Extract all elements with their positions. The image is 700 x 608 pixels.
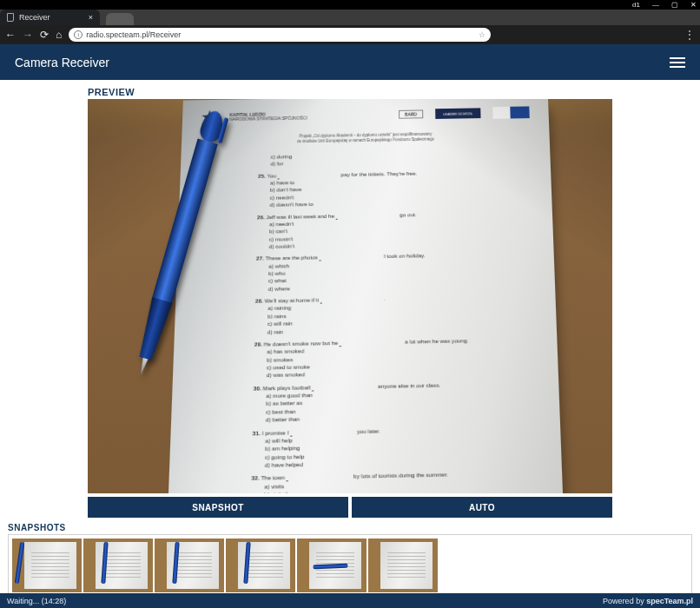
site-info-icon[interactable]: i [74, 30, 83, 39]
app-header: Camera Receiver [0, 44, 700, 80]
browser-tab-inactive[interactable] [106, 13, 134, 25]
preview-label: PREVIEW [88, 85, 612, 99]
browser-menu-button[interactable]: ⋮ [684, 29, 695, 41]
question: c) duringd) for [258, 149, 515, 169]
powered-by: Powered by specTeam.pl [603, 597, 693, 605]
action-button-row: SNAPSHOT AUTO [88, 497, 612, 518]
browser-tab-active[interactable]: Receiver × [0, 10, 100, 25]
app-title: Camera Receiver [15, 56, 109, 69]
question: 32. The town by lots of tourists during … [251, 470, 526, 493]
os-minimize-button[interactable]: — [652, 2, 659, 9]
url-bar[interactable]: i radio.specteam.pl/Receiver ☆ [69, 28, 491, 42]
snapshot-thumbnail[interactable] [83, 539, 153, 592]
nav-reload-button[interactable]: ⟳ [40, 29, 49, 41]
logo-text-1-sub: NARODOWA STRATEGIA SPÓJNOŚCI [229, 116, 307, 122]
workspace: PREVIEW KAPITAŁ LUDZKI NARODOWA STRATEGI… [0, 80, 700, 595]
os-close-button[interactable]: ✕ [690, 2, 697, 9]
snapshot-thumbnail[interactable] [226, 539, 295, 592]
nav-home-button[interactable]: ⌂ [56, 29, 62, 41]
question: 31. I promise I you later.a) will helpb)… [252, 424, 525, 469]
camera-preview: KAPITAŁ LUDZKI NARODOWA STRATEGIA SPÓJNO… [88, 99, 612, 493]
eu-flag-icon [492, 106, 530, 118]
browser-toolbar: ← → ⟳ ⌂ i radio.specteam.pl/Receiver ☆ ⋮ [0, 25, 700, 44]
question: 28. We'll stay at home if it .a) raining… [254, 293, 520, 336]
status-text: Waiting... (14:28) [7, 597, 66, 605]
paper-subtitle: Projekt „Od dyplomu Akademii – do dyplom… [182, 129, 550, 146]
snapshots-label: SNAPSHOTS [0, 518, 700, 534]
logo-text-2: BARD [399, 109, 423, 118]
nav-forward-button[interactable]: → [23, 29, 33, 41]
question: 30. Mark plays football anyone else in o… [253, 380, 523, 424]
snapshot-thumbnail[interactable] [297, 539, 367, 592]
question: 29. He doesn't smoke now but he a lot wh… [254, 336, 522, 380]
browser-tabstrip: Receiver × [0, 10, 700, 25]
brand-link[interactable]: specTeam.pl [646, 597, 693, 605]
file-icon [7, 13, 14, 22]
os-titlebar: d1 — ▢ ✕ [0, 0, 700, 10]
question: 26. Jeff was ill last week and he go out… [256, 209, 518, 251]
os-maximize-button[interactable]: ▢ [671, 2, 678, 9]
snapshot-thumbnail[interactable] [12, 539, 82, 592]
snapshots-strip[interactable] [8, 534, 692, 595]
tab-close-button[interactable]: × [89, 13, 93, 22]
snapshot-thumbnail[interactable] [368, 539, 438, 592]
question-list: c) duringd) for25. You pay for the ticke… [250, 149, 525, 493]
bookmark-star-icon[interactable]: ☆ [479, 30, 485, 39]
nav-back-button[interactable]: ← [5, 29, 16, 41]
snapshot-thumbnail[interactable] [155, 539, 224, 592]
os-account-icon: d1 [632, 2, 640, 9]
tab-title: Receiver [19, 13, 50, 22]
leader-school-logo: LEADER SCHOOL [435, 108, 480, 119]
question: 25. You pay for the tickets. They're fre… [257, 168, 516, 208]
url-text: radio.specteam.pl/Receiver [86, 30, 181, 39]
snapshot-button[interactable]: SNAPSHOT [88, 497, 348, 518]
menu-hamburger-button[interactable] [670, 57, 685, 68]
document-paper: KAPITAŁ LUDZKI NARODOWA STRATEGIA SPÓJNO… [165, 99, 565, 493]
status-bar: Waiting... (14:28) Powered by specTeam.p… [0, 593, 700, 608]
question: 27. These are the photos I took on holid… [255, 251, 519, 294]
auto-button[interactable]: AUTO [352, 497, 612, 518]
